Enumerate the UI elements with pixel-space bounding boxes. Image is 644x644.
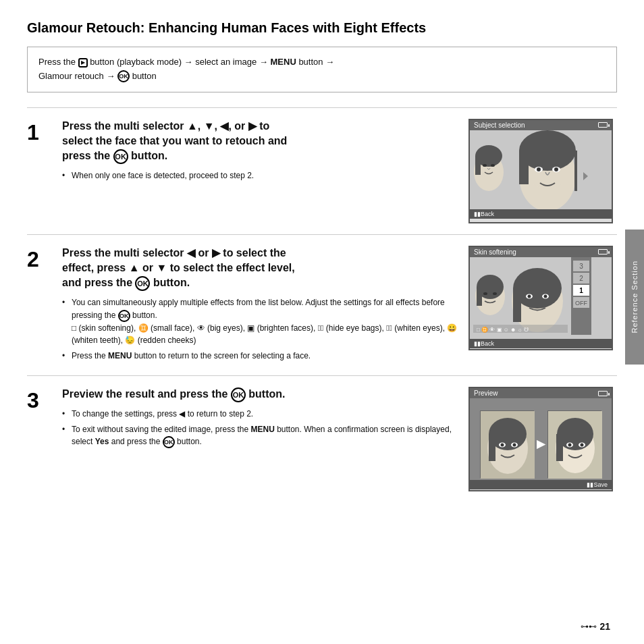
svg-point-5 bbox=[483, 164, 487, 167]
svg-text:□ ♊ 👁 ▣ ☺ ☻ ☼ ☋: □ ♊ 👁 ▣ ☺ ☻ ☼ ☋ bbox=[477, 326, 529, 333]
step-2-bullets: You can simultaneously apply multiple ef… bbox=[62, 296, 458, 362]
preview-after bbox=[547, 410, 601, 478]
screen-3-body: ▶ bbox=[470, 398, 612, 489]
step-3-row: 3 Preview the result and press the OK bu… bbox=[27, 375, 617, 502]
svg-point-14 bbox=[537, 167, 541, 171]
step-3-content: Preview the result and press the OK butt… bbox=[62, 387, 458, 491]
svg-point-55 bbox=[568, 443, 572, 446]
battery-icon-2 bbox=[598, 249, 608, 254]
ok-btn-step3: OK bbox=[231, 387, 246, 402]
page-content: Glamour Retouch: Enhancing Human Faces w… bbox=[0, 0, 644, 516]
instruction-box: Press the ▶ button (playback mode) → sel… bbox=[27, 47, 617, 92]
footer-icon: ⊶⊷ bbox=[581, 622, 597, 631]
svg-rect-35 bbox=[513, 288, 521, 322]
svg-point-37 bbox=[528, 294, 531, 298]
screen-2: Skin softening 3 2 bbox=[468, 246, 613, 350]
svg-point-57 bbox=[581, 443, 584, 446]
step-2-bullet-1: You can simultaneously apply multiple ef… bbox=[62, 296, 458, 347]
ok-btn-step2: OK bbox=[135, 276, 150, 291]
screen-1-bottom: ▮▮Back bbox=[470, 209, 612, 219]
step-3-number: 3 bbox=[27, 387, 51, 491]
menu-bold-2: MENU bbox=[108, 351, 132, 360]
after-svg bbox=[548, 411, 602, 479]
page-footer: ⊶⊷ 21 bbox=[581, 621, 610, 632]
step-1-row: 1 Press the multi selector ▲, ▼, ◀, or ▶… bbox=[27, 107, 617, 234]
svg-rect-53 bbox=[556, 434, 563, 461]
battery-icon-3 bbox=[598, 391, 608, 396]
menu-label: MENU bbox=[271, 57, 296, 67]
ok-inline-2: OK bbox=[118, 310, 130, 322]
menu-bold-3: MENU bbox=[250, 425, 274, 434]
screen-1-svg bbox=[470, 130, 591, 218]
side-tab-label: Reference Section bbox=[630, 261, 639, 333]
svg-text:OFF: OFF bbox=[575, 300, 587, 306]
svg-text:2: 2 bbox=[579, 275, 583, 282]
screen-1-back: ▮▮Back bbox=[474, 211, 494, 217]
screen-2-body: 3 2 1 OFF bbox=[470, 257, 612, 348]
step-3-bullet-1: To change the settings, press ◀ to retur… bbox=[62, 408, 458, 421]
svg-rect-10 bbox=[519, 151, 529, 184]
svg-point-49 bbox=[513, 443, 516, 446]
step-2-number: 2 bbox=[27, 246, 51, 365]
screen-2-title: Skin softening bbox=[474, 248, 516, 256]
svg-rect-11 bbox=[574, 151, 577, 191]
step-1-number: 1 bbox=[27, 119, 51, 223]
battery-icon-1 bbox=[598, 122, 608, 128]
yes-label: Yes bbox=[95, 437, 109, 446]
step-3-bullets: To change the settings, press ◀ to retur… bbox=[62, 408, 458, 448]
svg-rect-45 bbox=[489, 434, 495, 461]
svg-point-6 bbox=[491, 164, 495, 167]
step-1-bullet-1: When only one face is detected, proceed … bbox=[62, 169, 458, 182]
svg-point-16 bbox=[554, 167, 558, 171]
preview-arrow: ▶ bbox=[537, 437, 545, 450]
step-3-title: Preview the result and press the OK butt… bbox=[62, 387, 458, 402]
screen-2-svg: 3 2 1 OFF bbox=[470, 257, 591, 335]
screen-3-bottom: ▮▮Save bbox=[470, 480, 612, 489]
svg-point-39 bbox=[544, 294, 547, 298]
side-tab: Reference Section bbox=[625, 230, 644, 365]
step-2-row: 2 Press the multi selector ◀ or ▶ to sel… bbox=[27, 234, 617, 376]
page-number: 21 bbox=[599, 621, 610, 632]
step-1-bullets: When only one face is detected, proceed … bbox=[62, 169, 458, 182]
screen-2-bottom: ▮▮Back bbox=[470, 339, 612, 348]
svg-point-31 bbox=[483, 292, 487, 295]
svg-rect-4 bbox=[475, 156, 481, 175]
step-1-title: Press the multi selector ▲, ▼, ◀, or ▶ t… bbox=[62, 119, 458, 165]
screen-3: Preview bbox=[468, 387, 613, 491]
screen-3-titlebar: Preview bbox=[470, 388, 612, 398]
screen-1-title: Subject selection bbox=[474, 122, 525, 129]
steps-area: 1 Press the multi selector ▲, ▼, ◀, or ▶… bbox=[27, 107, 617, 503]
step-3-image: Preview bbox=[468, 387, 617, 491]
screen-1-body: ▮▮Back bbox=[470, 130, 612, 219]
ok-inline-3: OK bbox=[163, 436, 175, 448]
page-title: Glamour Retouch: Enhancing Human Faces w… bbox=[27, 20, 617, 36]
svg-point-47 bbox=[501, 443, 504, 446]
ok-button-inline: OK bbox=[117, 70, 130, 82]
preview-before bbox=[480, 410, 534, 478]
step-1-content: Press the multi selector ▲, ▼, ◀, or ▶ t… bbox=[62, 119, 458, 223]
screen-2-titlebar: Skin softening bbox=[470, 247, 612, 257]
svg-point-32 bbox=[493, 292, 497, 295]
screen-3-title: Preview bbox=[474, 390, 498, 397]
step-2-title: Press the multi selector ◀ or ▶ to selec… bbox=[62, 246, 458, 292]
step-2-bullet-2: Press the MENU button to return to the s… bbox=[62, 350, 458, 363]
ok-btn-step1: OK bbox=[113, 149, 128, 164]
before-svg bbox=[481, 411, 535, 479]
playback-icon: ▶ bbox=[78, 58, 88, 68]
step-3-bullet-2: To exit without saving the edited image,… bbox=[62, 423, 458, 448]
screen-1: Subject selection bbox=[468, 119, 613, 223]
svg-text:1: 1 bbox=[579, 287, 583, 294]
svg-rect-30 bbox=[477, 287, 482, 306]
svg-text:3: 3 bbox=[579, 263, 583, 270]
step-2-content: Press the multi selector ◀ or ▶ to selec… bbox=[62, 246, 458, 365]
step-1-image: Subject selection bbox=[468, 119, 617, 223]
step-2-image: Skin softening 3 2 bbox=[468, 246, 617, 365]
screen-1-titlebar: Subject selection bbox=[470, 120, 612, 130]
